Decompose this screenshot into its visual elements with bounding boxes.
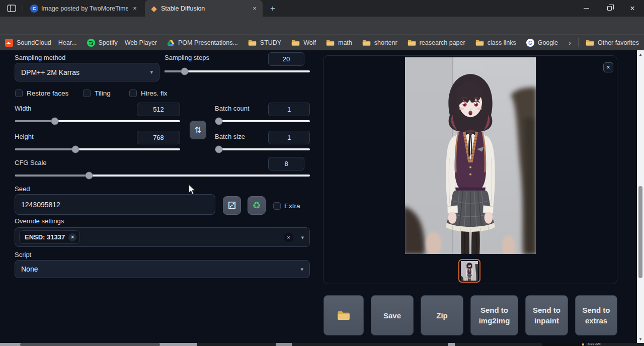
send-to-inpaint-button[interactable]: Send to inpaint: [525, 295, 568, 335]
tab-title: Stable Diffusion: [161, 5, 248, 12]
chevron-down-icon: ▾: [150, 69, 153, 75]
bookmark-folder-shortenr[interactable]: shortenr: [362, 39, 397, 46]
random-seed-button[interactable]: ⚂: [223, 196, 241, 215]
window-restore-button[interactable]: [598, 0, 621, 17]
scrollbar-thumb[interactable]: [638, 186, 642, 278]
send-to-extras-button[interactable]: Send to extras: [575, 295, 617, 335]
window-minimize-button[interactable]: [575, 0, 598, 17]
bookmark-spotify[interactable]: Spotify – Web Player: [87, 39, 157, 47]
sampling-steps-input[interactable]: 20: [268, 52, 304, 66]
seed-input[interactable]: 1243095812: [15, 194, 215, 215]
override-settings-field[interactable]: ENSD: 31337 × × ▾: [15, 227, 310, 247]
dice-icon: ⚂: [228, 200, 236, 211]
tab-civitai[interactable]: C Image posted by TwoMoreTimes ×: [25, 0, 143, 17]
taskbar-item: [448, 343, 455, 346]
bookmark-folder-wolf[interactable]: Wolf: [291, 39, 316, 46]
batch-count-label: Batch count: [215, 105, 250, 112]
bookmark-other-favorites[interactable]: Other favorites: [586, 39, 639, 46]
sampling-method-label: Sampling method: [15, 54, 65, 61]
cfg-scale-slider[interactable]: [15, 175, 310, 177]
sampling-steps-slider[interactable]: [165, 70, 310, 72]
taskbar-notification-icon: [582, 343, 584, 345]
drive-icon: [167, 39, 175, 46]
horizontal-scrollbar-thumb[interactable]: [20, 343, 160, 346]
width-slider[interactable]: [15, 120, 180, 122]
override-chip[interactable]: ENSD: 31337 ×: [19, 230, 80, 244]
extra-seed-checkbox[interactable]: [273, 202, 281, 210]
bookmarks-overflow-chevron[interactable]: ›: [569, 38, 571, 47]
minimize-icon: [584, 8, 589, 9]
cfg-scale-label: CFG Scale: [15, 159, 47, 166]
bookmark-soundcloud[interactable]: SoundCloud – Hear...: [5, 39, 77, 47]
bookmarks-bar: SoundCloud – Hear... Spotify – Web Playe…: [0, 34, 644, 50]
remove-chip-icon[interactable]: ×: [68, 233, 76, 241]
thumbnail-image: [461, 261, 478, 281]
height-slider[interactable]: [15, 148, 180, 150]
tab-stable-diffusion[interactable]: ◆ Stable Diffusion ×: [145, 0, 263, 17]
bookmark-folder-class-links[interactable]: class links: [475, 39, 516, 46]
zip-button[interactable]: Zip: [421, 295, 463, 335]
slider-handle[interactable]: [51, 118, 58, 125]
batch-count-slider[interactable]: [215, 120, 310, 122]
bookmarks-divider: [578, 38, 579, 47]
vertical-scrollbar[interactable]: ▲ ▼: [637, 50, 644, 343]
browser-toolbar: ← ↻ i 127.0.0.1:7860 A ☆ O » W IA AD S ◉…: [0, 17, 644, 34]
slider-handle[interactable]: [71, 146, 79, 153]
bookmark-pom-presentations[interactable]: POM Presentations...: [167, 39, 238, 46]
svg-text:G: G: [528, 40, 532, 45]
generated-image[interactable]: [405, 57, 536, 254]
folder-icon: [326, 39, 335, 46]
slider-handle[interactable]: [215, 146, 222, 153]
window-close-button[interactable]: ×: [621, 0, 644, 17]
restore-faces-checkbox[interactable]: [15, 90, 23, 97]
scroll-up-icon[interactable]: ▲: [637, 51, 644, 58]
folder-icon: [337, 310, 350, 321]
chevron-down-icon[interactable]: ▾: [301, 234, 304, 240]
reuse-seed-button[interactable]: ♻: [248, 196, 266, 215]
open-folder-button[interactable]: [324, 295, 364, 335]
tab-close-icon[interactable]: ×: [251, 5, 259, 13]
scroll-down-icon[interactable]: ▼: [637, 335, 644, 342]
bottom-strip: 4:27 AM: [0, 343, 644, 346]
soundcloud-icon: [5, 39, 13, 47]
tiling-checkbox[interactable]: [83, 90, 91, 97]
folder-icon: [586, 39, 594, 46]
width-input[interactable]: 512: [137, 103, 180, 116]
bookmark-folder-math[interactable]: math: [326, 39, 352, 46]
folder-icon: [408, 39, 416, 46]
close-icon: ×: [630, 4, 634, 13]
height-input[interactable]: 768: [137, 131, 180, 144]
save-button[interactable]: Save: [371, 295, 414, 335]
swap-dimensions-button[interactable]: ⇅: [190, 121, 206, 139]
tab-title: Image posted by TwoMoreTimes: [41, 5, 128, 12]
slider-handle[interactable]: [85, 172, 93, 180]
bookmark-google[interactable]: G Google: [526, 39, 558, 47]
batch-size-slider[interactable]: [215, 148, 310, 150]
swap-icon: ⇅: [195, 125, 201, 135]
clear-all-icon[interactable]: ×: [284, 232, 293, 242]
script-dropdown[interactable]: None ▾: [15, 260, 310, 278]
taskbar-item: [276, 343, 292, 346]
script-label: Script: [15, 251, 31, 258]
folder-icon: [475, 39, 484, 46]
sampling-method-dropdown[interactable]: DPM++ 2M Karras ▾: [15, 63, 159, 81]
tab-strip: C Image posted by TwoMoreTimes × ◆ Stabl…: [0, 0, 644, 17]
bookmark-folder-research-paper[interactable]: reasearch paper: [408, 39, 465, 46]
slider-handle[interactable]: [181, 68, 189, 75]
width-label: Width: [15, 105, 31, 112]
send-to-img2img-button[interactable]: Send to img2img: [470, 295, 518, 335]
batch-count-input[interactable]: 1: [268, 103, 310, 116]
bookmark-folder-study[interactable]: STUDY: [248, 39, 281, 46]
new-tab-button[interactable]: +: [267, 3, 278, 14]
hires-fix-checkbox[interactable]: [129, 90, 137, 97]
close-icon: ×: [606, 64, 610, 71]
close-gallery-button[interactable]: ×: [603, 62, 613, 72]
gallery-thumbnail[interactable]: [458, 259, 480, 283]
tab-close-icon[interactable]: ×: [131, 5, 139, 13]
cfg-scale-input[interactable]: 8: [268, 157, 304, 170]
extra-seed-label: Extra: [284, 202, 300, 210]
slider-handle[interactable]: [215, 118, 222, 125]
batch-size-input[interactable]: 1: [268, 131, 310, 144]
civitai-favicon: C: [30, 5, 38, 13]
tab-workspaces-icon[interactable]: [6, 4, 17, 13]
